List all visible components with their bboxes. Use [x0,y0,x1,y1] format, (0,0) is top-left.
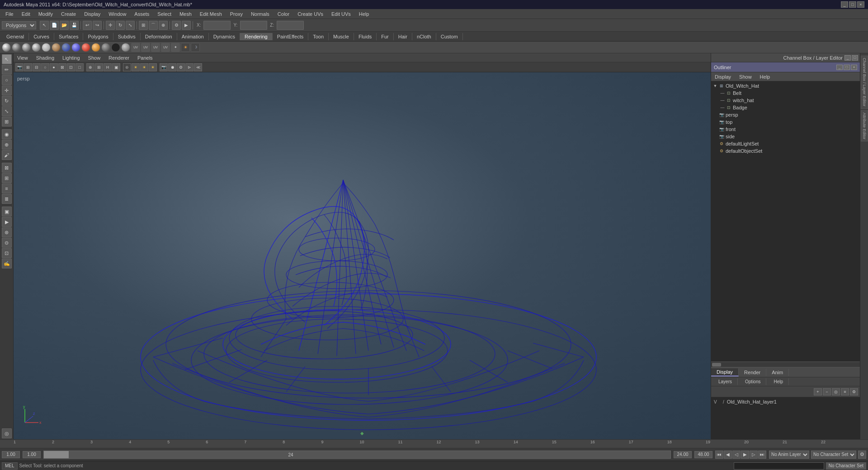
tool-grid[interactable]: ⊞ [2,173,12,183]
layer-subtab-layers[interactable]: Layers [713,378,738,385]
shelf-icon-6[interactable] [52,43,61,52]
layer-add-btn[interactable]: + [814,388,822,395]
menu-create-uvs[interactable]: Create UVs [294,10,327,18]
anim-layer-select[interactable]: No Anim Layer [769,451,809,459]
outliner-menu-display[interactable]: Display [713,74,733,80]
layer-tab-display[interactable]: Display [711,368,739,376]
vp-menu-lighting[interactable]: Lighting [61,55,82,61]
shelf-icon-18[interactable]: ✦ [171,43,180,52]
shelf-icon-14[interactable]: UV [131,43,140,52]
tool-scale[interactable]: ⤡ [2,106,12,116]
shelf-tab-general[interactable]: General [2,33,29,40]
vp-camera-select[interactable]: 📷 [15,63,24,71]
mel-label[interactable]: MEL [2,462,18,470]
layer-select-btn[interactable]: ◎ [832,388,840,395]
menu-window[interactable]: Window [105,10,130,18]
shelf-tab-custom[interactable]: Custom [436,33,463,40]
mode-select[interactable]: Polygons [2,21,36,29]
vp-default-light[interactable]: ⊛ [123,63,131,71]
shelf-tab-polygons[interactable]: Polygons [83,33,113,40]
outliner-item-front[interactable]: 📷 front [712,126,859,133]
shelf-tab-fluids[interactable]: Fluids [354,33,377,40]
translate[interactable]: ✛ [106,21,115,30]
tool-move[interactable]: ✛ [2,85,12,95]
shelf-tab-dynamics[interactable]: Dynamics [209,33,240,40]
shelf-tab-painteffects[interactable]: PaintEffects [273,33,309,40]
vp-grid[interactable]: ⊞ [95,63,103,71]
layer-subtab-options[interactable]: Options [740,378,766,385]
outliner-item-object-set[interactable]: ⚙ defaultObjectSet [712,147,859,155]
shelf-tab-rendering[interactable]: Rendering [240,33,273,40]
shelf-icon-12[interactable] [111,43,120,52]
shelf-icon-9[interactable] [81,43,90,52]
go-to-start[interactable]: ⏮ [715,451,723,459]
shelf-icon-16[interactable]: UV [151,43,160,52]
cb-float[interactable]: □ [852,55,858,61]
vp-select-mode[interactable]: ⊞ [24,63,32,71]
menu-proxy[interactable]: Proxy [226,10,246,18]
outliner-item-side[interactable]: 📷 side [712,133,859,140]
select-tool[interactable]: ↖ [40,21,49,30]
outliner-hscroll-thumb[interactable] [712,363,721,367]
vp-hud[interactable]: H [104,63,112,71]
tool-show-manip[interactable]: ⊠ [2,163,12,173]
vp-playblast[interactable]: ⏺ [168,63,176,71]
menu-edit[interactable]: Edit [18,10,34,18]
shelf-icon-13[interactable] [121,43,130,52]
tool-outliner[interactable]: ≣ [2,194,12,204]
shelf-icon-3[interactable] [22,43,31,52]
shelf-tab-ncloth[interactable]: nCloth [412,33,436,40]
timeline-start-field[interactable] [2,451,20,458]
tool-paint[interactable]: ✍ [2,258,12,268]
undo[interactable]: ↩ [83,21,92,30]
shelf-icon-20[interactable]: ☽ [191,43,200,52]
menu-edit-uvs[interactable]: Edit UVs [328,10,354,18]
tool-sculpt[interactable]: ⊕ [2,140,12,150]
snap-curve[interactable]: ⌒ [149,21,158,30]
shelf-icon-7[interactable] [61,43,71,52]
vp-scene-light[interactable]: ☀ [132,63,140,71]
titlebar-buttons[interactable]: _ □ × [841,1,864,8]
outliner-menu-help[interactable]: Help [758,74,772,80]
vp-smooth[interactable]: ○ [41,63,49,71]
save-scene[interactable]: 💾 [70,21,79,30]
shelf-tab-hair[interactable]: Hair [394,33,412,40]
vp-menu-view[interactable]: View [15,55,30,61]
outliner-item-belt[interactable]: — ⊡ Belt [719,89,859,97]
shelf-tab-toon[interactable]: Toon [308,33,329,40]
menu-assets[interactable]: Assets [131,10,153,18]
layer-tab-render[interactable]: Render [739,369,766,376]
outliner-hscroll[interactable] [711,362,860,367]
vp-menu-show[interactable]: Show [86,55,103,61]
shelf-tab-subdivs[interactable]: Subdivs [113,33,141,40]
vp-wireframe[interactable]: ⊟ [33,63,41,71]
rotate[interactable]: ↻ [116,21,125,30]
vp-bookmark[interactable]: ⊳ [185,63,193,71]
close-btn[interactable]: × [857,1,864,8]
outliner-item-light-set[interactable]: ⚙ defaultLightSet [712,140,859,147]
tool-rotate[interactable]: ↻ [2,96,12,106]
outliner-menu-show[interactable]: Show [737,74,754,80]
vp-bounding[interactable]: □ [75,63,84,71]
layer-tab-anim[interactable]: Anim [766,369,789,376]
vp-film-gate[interactable]: ▣ [112,63,120,71]
shelf-icon-8[interactable] [71,43,80,52]
layer-row-1[interactable]: V / Old_Witch_Hat_layer1 [712,398,859,405]
shelf-icon-4[interactable] [32,43,41,52]
layer-subtab-help[interactable]: Help [768,378,789,385]
viewport[interactable]: persp .wire { stroke: #1a1aaa; stroke-wi… [14,72,711,439]
tool-node[interactable]: ⊝ [2,238,12,248]
layer-visibility[interactable]: V [714,400,720,404]
menu-normals[interactable]: Normals [247,10,273,18]
tool-hyper[interactable]: ⊛ [2,227,12,237]
menu-select[interactable]: Select [154,10,175,18]
render-settings[interactable]: ⚙ [172,21,181,30]
menu-display[interactable]: Display [80,10,104,18]
shelf-icon-17[interactable]: UV [161,43,170,52]
outliner-item-top[interactable]: 📷 top [712,118,859,126]
axis-z-value[interactable] [277,21,304,30]
shelf-icon-10[interactable] [91,43,100,52]
tool-lasso[interactable]: ○ [2,75,12,85]
snap-grid[interactable]: ⊞ [139,21,148,30]
menu-mesh[interactable]: Mesh [176,10,195,18]
